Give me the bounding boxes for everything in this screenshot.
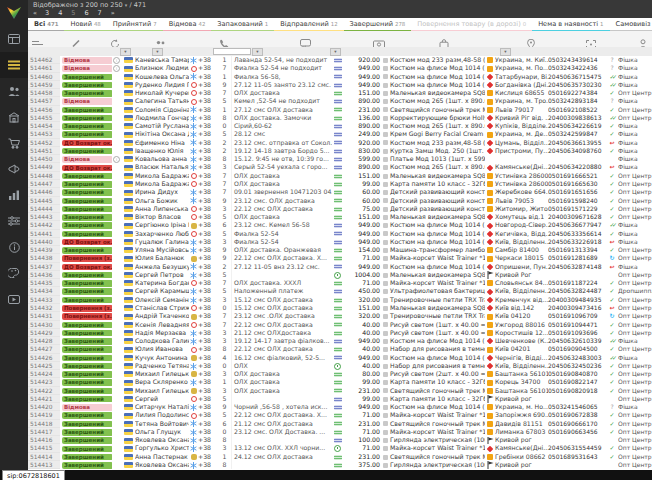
tracking-number[interactable]: 0501690822147 [548, 378, 606, 386]
phone-prefix[interactable]: +38 [198, 114, 218, 122]
tracking-number[interactable]: 0501691666521 [548, 172, 606, 180]
comment[interactable]: 23.12 смс. Кемел 56-58 [232, 221, 332, 229]
tab-Відправлений[interactable]: Відправлений12 [274, 18, 343, 31]
product-cell[interactable]: Костюм на флисе Мод 1014 (1ш... [383, 73, 485, 81]
customer-name[interactable]: Людмила Гончарова [135, 114, 189, 122]
phone-prefix[interactable]: +38 [198, 420, 218, 428]
phone-prefix[interactable]: +38 [198, 312, 218, 320]
tracking-number[interactable]: 0501692274384 [548, 89, 606, 97]
comment[interactable]: Наложенный платеж [232, 287, 332, 295]
product-cell[interactable]: Набор для рисования в темнот... [383, 345, 485, 353]
product-cell[interactable]: Костюм мод 265 (1шт. х 890.00 ... [383, 163, 485, 171]
tracking-number[interactable]: 20450634220880 [548, 163, 606, 171]
product-cell[interactable]: Майка-корсет Waist Trainer *142... [383, 411, 485, 419]
phone-prefix[interactable]: +38 [198, 155, 218, 163]
order-row[interactable]: 514416ЗавершенийЯковлева Оксана+388100.0… [28, 436, 652, 444]
comment[interactable]: 09.01 звернення 10471203 04.. [232, 188, 332, 196]
product-cell[interactable]: Машина-трансформер ламборд... [383, 246, 485, 254]
customer-name[interactable]: Микола Бадражан [135, 180, 189, 188]
phone-prefix[interactable]: +38 [198, 238, 218, 246]
tracking-number[interactable]: 0501690904500 [548, 345, 606, 353]
customer-name[interactable]: Сергей Карамышев [135, 287, 189, 295]
comment[interactable]: ОЛХ доставка [232, 172, 332, 180]
order-row[interactable]: 514450ВідмоваiКовальова анна+38815.12. 9… [28, 155, 652, 163]
product-cell[interactable]: Ультрафиолетовая бактерицид... [383, 287, 485, 295]
comment[interactable]: 15.12 смс ОЛХ доставка [232, 296, 332, 304]
flag-filter-dropdown[interactable]: ▾ [152, 48, 163, 56]
comment[interactable]: Фиалка 56-58, [232, 73, 332, 81]
tracking-number[interactable]: 20450635730230 [548, 81, 606, 89]
sip-call-box[interactable]: sip:0672818601 [2, 470, 65, 480]
customer-name[interactable]: Вера Скляренко [135, 378, 189, 386]
comment[interactable]: 21.12 смс ОЛХдоставка [232, 329, 332, 337]
customer-name[interactable]: Андрій Ткаченко [135, 312, 189, 320]
phone-prefix[interactable]: +38 [198, 73, 218, 81]
comment[interactable]: ОЛХ доставка. Оранжевая [232, 246, 332, 254]
comment[interactable]: ОЛХ доставка. ХХХЛ [232, 279, 332, 287]
tracking-number[interactable]: 0503243422436 [548, 64, 606, 72]
phone-prefix[interactable]: +38 [198, 130, 218, 138]
tab-Завершений[interactable]: Завершений278 [344, 18, 412, 31]
comment[interactable]: ОЛХ [232, 362, 332, 370]
purchases-icon[interactable] [0, 130, 28, 156]
product-cell[interactable]: Костюм на флисе Мод 1014 (1ш... [383, 221, 485, 229]
product-cell[interactable]: Детский развивающий констру... [383, 205, 485, 213]
customer-name[interactable]: Самотій Руслана Во... [135, 122, 189, 130]
tab-Самовивіз[interactable]: Самовивіз2 [610, 18, 652, 31]
tracking-number[interactable]: 0501691651656 [548, 188, 606, 196]
phone-prefix[interactable]: +38 [198, 453, 218, 461]
order-row[interactable]: 514459ЗавершенийРуденко Лидия Пав...+389… [28, 81, 652, 89]
customer-name[interactable]: Анна Липенська [135, 205, 189, 213]
order-row[interactable]: 514414ЗавершенийАнна Пастернак+38124.12 … [28, 453, 652, 461]
product-cell[interactable]: Рисуй светом (1шт. х 40.00 = 40... [383, 329, 485, 337]
comment[interactable]: 16.12 смс фіалковий, 52-5... [232, 354, 332, 362]
product-cell[interactable]: Светящийся гоночный трек Ма... [383, 106, 485, 114]
comment[interactable]: ОЛХ доставка [232, 213, 332, 221]
product-cell[interactable]: Майка-корсет Waist Trainer *142... [383, 428, 485, 436]
tab-Нема в наявності[interactable]: Нема в наявності1 [532, 18, 609, 31]
comment[interactable] [232, 271, 332, 279]
phone-prefix[interactable]: +38 [198, 345, 218, 353]
comment[interactable]: 21.12 смс ОЛХ доставка [232, 420, 332, 428]
customer-name[interactable]: Каневська Тамара ... [135, 56, 189, 64]
tracking-number[interactable]: 20450633226918 [548, 238, 606, 246]
comment[interactable]: 27.12 11-05 внз 23.12 смс. [232, 263, 332, 271]
customer-name[interactable]: Яковлева Оксана [135, 436, 189, 444]
customer-name[interactable]: Нікітіна Оксана Дми... [135, 130, 189, 138]
tracking-number[interactable]: 0501692108522 [548, 106, 606, 114]
product-cell[interactable]: Костюм на флисе Мод 1014 (1ш... [383, 64, 485, 72]
phone-prefix[interactable]: +38 [198, 461, 218, 469]
page-button-6[interactable]: 6 [84, 9, 88, 17]
phone-prefix[interactable]: +38 [198, 378, 218, 386]
tracking-number[interactable]: 20450632483003 [548, 354, 606, 362]
customer-name[interactable]: Юлия Иванова [135, 345, 189, 353]
comment[interactable]: Фиалка 52-54 [232, 230, 332, 238]
product-cell[interactable]: Маленькая видеокамера SQ8 *... [383, 172, 485, 180]
comment[interactable]: 28.12 смс [232, 130, 332, 138]
phone-prefix[interactable]: +38 [198, 180, 218, 188]
phone-prefix[interactable]: +38 [198, 205, 218, 213]
order-row[interactable]: 514456ЗавершенийСоломія Сідоніна+38127.1… [28, 106, 652, 114]
comment[interactable]: 22.12 смс ОЛХ доставка. Х... [232, 411, 332, 419]
order-row[interactable]: 514440ДО Возврат ок..Гуцалюк Галина+383Ф… [28, 238, 652, 246]
customer-name[interactable]: Ольга Божик [135, 197, 189, 205]
orders-icon[interactable] [0, 52, 28, 78]
phone-prefix[interactable]: +38 [198, 221, 218, 229]
customer-name[interactable]: Соломія Сідоніна [135, 106, 189, 114]
tracking-number[interactable]: 0501691571229 [548, 205, 606, 213]
comment[interactable]: 15.12. 9:45 не отв, 10:39 го... [232, 155, 332, 163]
order-row[interactable]: 514438Повернення (з...Юлия Баланюк+38922… [28, 254, 652, 262]
customer-name[interactable]: Кучук Антонина [135, 354, 189, 362]
product-cell[interactable]: Гирлянда электрическая (100 л... [383, 436, 485, 444]
product-cell[interactable]: Светящийся гоночный трек Ма... [383, 453, 485, 461]
product-cell[interactable]: Куртка Замш Мод. 250 (1шт. х 8... [383, 147, 485, 155]
tab-Новий[interactable]: Новий48 [64, 18, 106, 31]
phone-prefix[interactable]: +38 [198, 263, 218, 271]
tracking-number[interactable]: 20450631554459 [548, 444, 606, 452]
tracking-number[interactable]: 0501689531643 [548, 453, 606, 461]
tab-Відмова[interactable]: Відмова42 [163, 18, 212, 31]
customer-name[interactable]: Кошелева Ольга Ар... [135, 73, 189, 81]
product-cell[interactable]: Костюм на флисе Мод 1014 (1ш... [383, 337, 485, 345]
comment[interactable]: 22.12 смс ОЛХ доставка [232, 345, 332, 353]
product-cell[interactable]: Маленькая видеокамера SQ8 *... [383, 213, 485, 221]
